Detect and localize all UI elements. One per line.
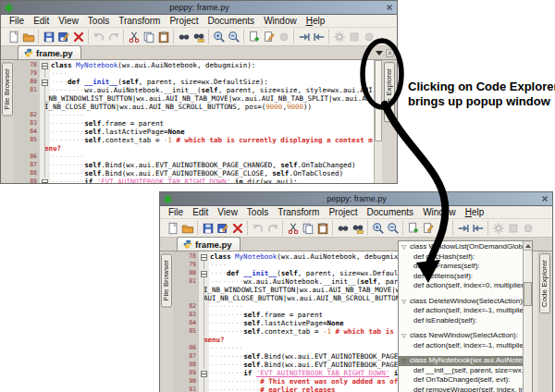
- zoom-out-icon[interactable]: [227, 30, 240, 43]
- menu-view[interactable]: View: [213, 207, 242, 217]
- cut-icon[interactable]: [127, 30, 141, 43]
- popup-def-row[interactable]: def action(self, index=0, multiplier=1): [399, 281, 524, 291]
- menu-window[interactable]: Window: [418, 207, 461, 217]
- cut-icon[interactable]: [286, 221, 300, 235]
- fold-marker-icon[interactable]: [200, 269, 207, 277]
- fold-marker-icon[interactable]: [41, 78, 48, 86]
- doc-add-icon[interactable]: [247, 30, 261, 43]
- code-explorer-tab[interactable]: Code Explorer: [384, 62, 395, 122]
- paste-icon[interactable]: [315, 221, 329, 235]
- prev-buffer-icon[interactable]: [312, 30, 326, 43]
- window-close-icon[interactable]: [540, 194, 549, 203]
- zoom-out-icon[interactable]: [386, 221, 400, 235]
- fold-marker-icon[interactable]: [200, 252, 207, 261]
- popup-def-row[interactable]: def getFrames(self):: [399, 262, 524, 272]
- code-line-84[interactable]: 84········self.lastActivePage=None: [14, 128, 374, 136]
- close-file-icon[interactable]: [230, 221, 244, 235]
- popup-def-row[interactable]: def OnTabChanged(self, evt):: [399, 375, 524, 386]
- tree-expand-icon[interactable]: ▽: [401, 356, 410, 366]
- scroll-up-icon[interactable]: [524, 241, 532, 251]
- code-explorer-tab[interactable]: Code Explorer: [539, 253, 550, 313]
- menu-transform[interactable]: Transform: [273, 207, 324, 217]
- menu-documents[interactable]: Documents: [363, 207, 419, 217]
- new-file-icon[interactable]: [166, 221, 179, 235]
- new-file-icon[interactable]: [6, 30, 20, 43]
- code-line-86[interactable]: 86········: [14, 153, 374, 161]
- menu-transform[interactable]: Transform: [114, 16, 165, 26]
- menu-project[interactable]: Project: [324, 207, 362, 217]
- popup-class-row[interactable]: ▽class DeleteWindow(SelectAction):: [399, 297, 524, 307]
- menu-help[interactable]: Help: [302, 16, 330, 26]
- popup-def-row[interactable]: def removeWrapper(self, index, in_call: [399, 386, 524, 392]
- find-replace-icon[interactable]: [191, 30, 205, 43]
- zoom-in-icon[interactable]: [371, 221, 385, 235]
- fold-marker-icon[interactable]: [200, 369, 207, 377]
- next-buffer-icon[interactable]: [297, 30, 311, 43]
- code-line-78[interactable]: 78class MyNotebook(wx.aui.AuiNotebook, d…: [14, 61, 374, 69]
- menu-view[interactable]: View: [54, 16, 83, 26]
- menu-edit[interactable]: Edit: [29, 16, 54, 26]
- popup-class-row[interactable]: ▽class NewWindow(SelectAction):: [399, 331, 524, 341]
- tab-frame-py[interactable]: frame.py: [18, 45, 81, 59]
- popup-class-row-selected[interactable]: ▽class MyNotebook(wx.aui.AuiNotebook, de: [399, 356, 524, 366]
- menu-tools[interactable]: Tools: [83, 16, 114, 26]
- popup-def-row[interactable]: def isEnabled(self):: [399, 316, 524, 326]
- menu-documents[interactable]: Documents: [204, 16, 260, 26]
- fold-marker-icon[interactable]: [41, 178, 48, 183]
- popup-def-row[interactable]: def action(self, index=-1, multiplier=1: [399, 306, 524, 316]
- paste-icon[interactable]: [156, 30, 170, 43]
- tab-close-icon[interactable]: [386, 49, 394, 57]
- titlebar[interactable]: peppy: frame.py: [1, 1, 397, 15]
- copy-icon[interactable]: [301, 221, 314, 235]
- find-icon[interactable]: [177, 30, 191, 43]
- zoom-in-icon[interactable]: [212, 30, 226, 43]
- menu-window[interactable]: Window: [259, 16, 302, 26]
- tree-expand-icon[interactable]: ▽: [401, 331, 410, 341]
- menu-file[interactable]: File: [164, 207, 188, 217]
- popup-def-row[interactable]: def calcHash(self):: [399, 252, 524, 263]
- file-browser-tab[interactable]: File Browser: [2, 62, 13, 116]
- save-file-icon[interactable]: [42, 30, 56, 43]
- find-icon[interactable]: [336, 221, 350, 235]
- popup-def-row[interactable]: def action(self, index=-1, multiplier=1: [399, 341, 524, 351]
- save-file-icon[interactable]: [201, 221, 215, 235]
- fold-marker-icon[interactable]: [41, 61, 48, 69]
- titlebar[interactable]: peppy: frame.py: [160, 192, 552, 206]
- next-buffer-icon[interactable]: [456, 221, 470, 235]
- doc-edit-icon[interactable]: [421, 221, 435, 235]
- popup-scrollbar-thumb[interactable]: [524, 282, 532, 306]
- tree-expand-icon[interactable]: ▽: [401, 297, 410, 307]
- open-folder-icon[interactable]: [21, 30, 35, 43]
- doc-add-icon[interactable]: [406, 221, 420, 235]
- code-line-88[interactable]: 88········self.Bind(wx.aui.EVT_AUINOTEBO…: [14, 169, 374, 178]
- find-replace-icon[interactable]: [351, 221, 364, 235]
- menu-project[interactable]: Project: [165, 16, 203, 26]
- menu-edit[interactable]: Edit: [188, 207, 213, 217]
- file-browser-tab[interactable]: File Browser: [161, 253, 172, 307]
- code-line-79[interactable]: 79····: [14, 69, 374, 78]
- close-file-icon[interactable]: [71, 30, 85, 43]
- popup-class-row[interactable]: ▽class WindowList(OnDemandGlobalListAc: [399, 242, 524, 252]
- popup-def-row[interactable]: def __init__(self, parent, size=wx.Defau: [399, 366, 524, 376]
- code-editor[interactable]: 78class MyNotebook(wx.aui.AuiNotebook, d…: [14, 60, 374, 183]
- code-line-85[interactable]: 85········self.context_tab = -1 # which …: [14, 136, 374, 153]
- window-close-icon[interactable]: [385, 3, 394, 12]
- prev-buffer-icon[interactable]: [471, 221, 485, 235]
- tab-frame-py[interactable]: frame.py: [177, 237, 240, 251]
- tree-expand-icon[interactable]: ▽: [401, 242, 410, 252]
- save-as-icon[interactable]: [56, 30, 70, 43]
- popup-scrollbar[interactable]: [523, 241, 532, 392]
- code-line-81[interactable]: 81········wx.aui.AuiNotebook.__init__(se…: [14, 86, 374, 111]
- save-as-icon[interactable]: [216, 221, 229, 235]
- editor-scrollbar[interactable]: [374, 60, 382, 183]
- menu-help[interactable]: Help: [461, 207, 489, 217]
- menu-tools[interactable]: Tools: [242, 207, 273, 217]
- code-line-89[interactable]: 89········if 'EVT_AUINOTEBOOK_TAB_RIGHT_…: [14, 178, 374, 183]
- code-line-83[interactable]: 83········self.frame = parent: [14, 119, 374, 128]
- scrollbar-thumb[interactable]: [375, 60, 382, 141]
- doc-edit-icon[interactable]: [262, 30, 276, 43]
- code-line-80[interactable]: 80····def __init__(self, parent, size=wx…: [14, 78, 374, 86]
- tab-list-dropdown-icon[interactable]: [376, 51, 383, 55]
- open-folder-icon[interactable]: [180, 221, 194, 235]
- copy-icon[interactable]: [142, 30, 155, 43]
